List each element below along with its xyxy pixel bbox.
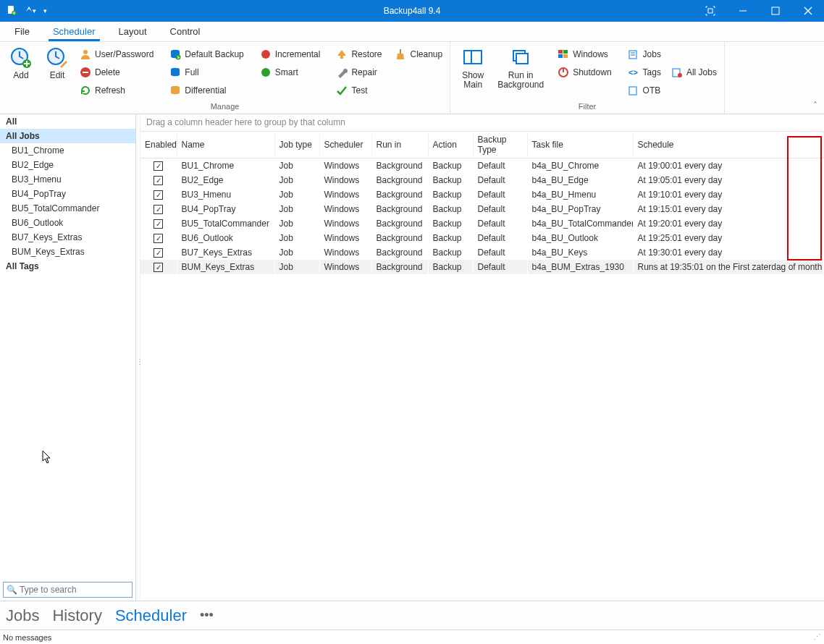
cell-runin: Background — [371, 173, 428, 187]
defaultbackup-button[interactable]: Default Backup — [167, 46, 246, 62]
tab-file[interactable]: File — [10, 22, 34, 41]
bottom-tab-history[interactable]: History — [52, 606, 101, 625]
checkbox-icon[interactable]: ✓ — [154, 205, 163, 214]
smart-button[interactable]: Smart — [257, 64, 324, 80]
sidebar-all[interactable]: All — [0, 114, 135, 129]
sidebar-item[interactable]: BU5_TotalCommander — [0, 201, 135, 216]
cell-taskfile: b4a_BU_Edge — [527, 173, 633, 187]
delete-icon — [80, 67, 91, 78]
close-button[interactable] — [791, 0, 824, 22]
table-row[interactable]: ✓BU1_ChromeJobWindowsBackgroundBackupDef… — [140, 158, 824, 173]
cell-schedule: Runs at 19:35:01 on the First zaterdag o… — [633, 260, 824, 274]
cell-name: BU3_Hmenu — [177, 187, 274, 202]
cell-taskfile: b4a_BU_Keys — [527, 245, 633, 260]
table-row[interactable]: ✓BUM_Keys_ExtrasJobWindowsBackgroundBack… — [140, 260, 824, 274]
col-runin[interactable]: Run in — [371, 132, 428, 158]
cell-backuptype: Default — [473, 158, 527, 173]
edit-button[interactable]: Edit — [41, 45, 74, 80]
sidebar-alljobs[interactable]: All Jobs — [0, 129, 135, 143]
checkbox-icon[interactable]: ✓ — [154, 248, 163, 258]
col-jobtype[interactable]: Job type — [274, 132, 319, 158]
alljobs-button[interactable]: All Jobs — [668, 64, 720, 80]
refresh-icon — [80, 85, 91, 96]
bottom-tab-more[interactable]: ••• — [200, 608, 214, 623]
table-row[interactable]: ✓BU5_TotalCommanderJobWindowsBackgroundB… — [140, 216, 824, 231]
showmain-button[interactable]: Show Main — [455, 45, 491, 90]
checkbox-icon[interactable]: ✓ — [154, 161, 163, 171]
table-row[interactable]: ✓BU7_Keys_ExtrasJobWindowsBackgroundBack… — [140, 245, 824, 260]
full-button[interactable]: Full — [167, 64, 246, 80]
table-row[interactable]: ✓BU6_OutlookJobWindowsBackgroundBackupDe… — [140, 231, 824, 245]
table-row[interactable]: ✓BU4_PopTrayJobWindowsBackgroundBackupDe… — [140, 202, 824, 216]
incremental-button[interactable]: Incremental — [257, 46, 324, 62]
db-full-icon — [169, 67, 181, 78]
focus-mode-icon[interactable] — [694, 0, 726, 22]
col-schedule[interactable]: Schedule — [633, 132, 824, 158]
tab-layout[interactable]: Layout — [114, 22, 151, 41]
sidebar-item[interactable]: BU2_Edge — [0, 158, 135, 172]
bottom-tab-jobs[interactable]: Jobs — [6, 606, 39, 625]
cell-backuptype: Default — [473, 260, 527, 274]
bottom-tab-scheduler[interactable]: Scheduler — [115, 606, 187, 625]
ribbon-collapse-button[interactable]: ˄ — [807, 42, 824, 114]
checkbox-icon[interactable]: ✓ — [154, 219, 163, 229]
cell-schedule: At 19:30:01 every day — [633, 245, 824, 260]
col-scheduler[interactable]: Scheduler — [319, 132, 371, 158]
table-row[interactable]: ✓BU2_EdgeJobWindowsBackgroundBackupDefau… — [140, 173, 824, 187]
resize-grip-icon[interactable]: ⋰ — [813, 632, 821, 642]
minimize-button[interactable] — [726, 0, 759, 22]
cell-runin: Background — [371, 187, 428, 202]
add-button[interactable]: Add — [4, 45, 38, 80]
col-backuptype[interactable]: Backup Type — [473, 132, 527, 158]
sidebar-item[interactable]: BU1_Chrome — [0, 143, 135, 158]
col-enabled[interactable]: Enabled — [140, 132, 177, 158]
repair-button[interactable]: Repair — [333, 64, 384, 80]
refresh-button[interactable]: Refresh — [77, 82, 156, 98]
sidebar-item[interactable]: BU3_Hmenu — [0, 172, 135, 187]
cell-backuptype: Default — [473, 245, 527, 260]
table-row[interactable]: ✓BU3_HmenuJobWindowsBackgroundBackupDefa… — [140, 187, 824, 202]
delete-button[interactable]: Delete — [77, 64, 156, 80]
userpassword-button[interactable]: User/Password — [77, 46, 156, 62]
menu-tabs: File Scheduler Layout Control — [0, 22, 824, 42]
checkbox-icon[interactable]: ✓ — [154, 176, 163, 185]
new-file-icon[interactable] — [6, 5, 17, 17]
maximize-button[interactable] — [759, 0, 791, 22]
cell-name: BU6_Outlook — [177, 231, 274, 245]
col-action[interactable]: Action — [428, 132, 473, 158]
shutdown-button[interactable]: Shutdown — [555, 64, 614, 80]
cell-scheduler: Windows — [319, 202, 371, 216]
windows-button[interactable]: Windows — [555, 46, 614, 62]
upload-icon[interactable]: ▾ — [23, 5, 38, 17]
sidebar-item[interactable]: BU6_Outlook — [0, 216, 135, 230]
sidebar-item[interactable]: BUM_Keys_Extras — [0, 245, 135, 259]
checkbox-icon[interactable]: ✓ — [154, 190, 163, 200]
cell-backuptype: Default — [473, 231, 527, 245]
col-name[interactable]: Name — [177, 132, 274, 158]
test-button[interactable]: Test — [333, 82, 384, 98]
cleanup-button[interactable]: Cleanup — [392, 46, 445, 62]
tags-button[interactable]: <>Tags — [625, 64, 664, 80]
col-taskfile[interactable]: Task file — [527, 132, 633, 158]
sidebar-item[interactable]: BU4_PopTray — [0, 187, 135, 201]
quickaccess-dropdown-icon[interactable]: ▾ — [43, 7, 47, 14]
cell-scheduler: Windows — [319, 245, 371, 260]
jobs-button[interactable]: Jobs — [625, 46, 664, 62]
cell-action: Backup — [428, 173, 473, 187]
refresh-label: Refresh — [95, 85, 125, 96]
differential-button[interactable]: Differential — [167, 82, 246, 98]
tab-control[interactable]: Control — [166, 22, 205, 41]
restore-button[interactable]: Restore — [333, 46, 384, 62]
svg-text:<>: <> — [628, 68, 638, 77]
sidebar-item[interactable]: BU7_Keys_Extras — [0, 230, 135, 245]
otb-button[interactable]: OTB — [625, 82, 664, 98]
search-input[interactable] — [20, 585, 129, 595]
cell-runin: Background — [371, 245, 428, 260]
sidebar-alltags[interactable]: All Tags — [0, 259, 135, 274]
runinbackground-button[interactable]: Run in Background — [494, 45, 547, 90]
checkbox-icon[interactable]: ✓ — [154, 234, 163, 243]
search-box[interactable]: 🔍 — [3, 582, 133, 598]
checkbox-icon[interactable]: ✓ — [154, 263, 163, 272]
group-by-bar[interactable]: Drag a column header here to group by th… — [140, 114, 824, 132]
tab-scheduler[interactable]: Scheduler — [49, 22, 100, 41]
